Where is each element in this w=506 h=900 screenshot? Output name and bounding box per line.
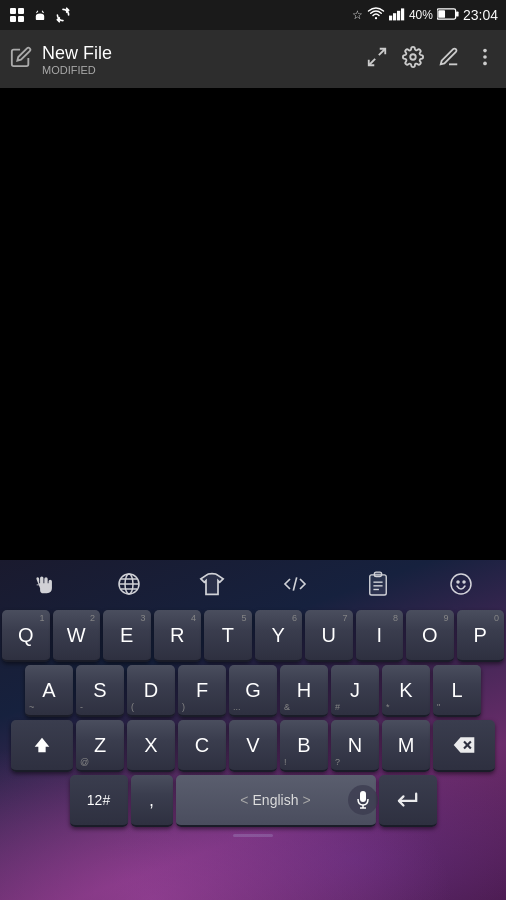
svg-point-20 [483, 55, 487, 59]
keyboard-handle [0, 832, 506, 838]
handle-line [233, 834, 273, 837]
key-i[interactable]: 8 I [356, 610, 404, 662]
key-y[interactable]: 6 Y [255, 610, 303, 662]
svg-rect-9 [389, 15, 392, 20]
key-l[interactable]: " L [433, 665, 481, 717]
svg-rect-3 [18, 16, 24, 22]
svg-rect-0 [10, 8, 16, 14]
status-bar: ☆ 40% 23:04 [0, 0, 506, 30]
keyboard-rows: 1 Q 2 W 3 E 4 R 5 T 6 Y [0, 608, 506, 832]
key-w[interactable]: 2 W [53, 610, 101, 662]
svg-line-16 [379, 48, 385, 54]
shirt-icon-btn[interactable] [187, 565, 237, 603]
key-o[interactable]: 9 O [406, 610, 454, 662]
key-h[interactable]: & H [280, 665, 328, 717]
sync-icon [54, 6, 72, 24]
svg-line-6 [37, 11, 38, 13]
title-bar: New File MODIFIED [0, 30, 506, 88]
shift-key[interactable] [11, 720, 73, 772]
keyboard-row-4: 12# , < English > [2, 775, 504, 827]
expand-icon[interactable] [366, 46, 388, 73]
title-block: New File MODIFIED [42, 43, 366, 76]
svg-point-33 [451, 574, 471, 594]
language-label: English [253, 792, 299, 808]
key-g[interactable]: ... G [229, 665, 277, 717]
space-key[interactable]: < English > [176, 775, 376, 827]
key-q[interactable]: 1 Q [2, 610, 50, 662]
signal-icon [389, 7, 405, 24]
svg-point-21 [483, 61, 487, 65]
keyboard-row-2: ~ A - S ( D ) F ... G & H [2, 665, 504, 717]
keyboard-row-1: 1 Q 2 W 3 E 4 R 5 T 6 Y [2, 610, 504, 662]
key-k[interactable]: * K [382, 665, 430, 717]
svg-point-19 [483, 48, 487, 52]
more-icon[interactable] [474, 46, 496, 73]
number-key-label: 12# [87, 792, 110, 808]
svg-rect-29 [374, 572, 381, 577]
star-icon: ☆ [352, 8, 363, 22]
key-n[interactable]: ? N [331, 720, 379, 772]
time-display: 23:04 [463, 7, 498, 23]
space-right-arrow: > [302, 792, 310, 808]
svg-rect-15 [438, 10, 445, 18]
svg-rect-38 [360, 791, 366, 802]
key-j[interactable]: # J [331, 665, 379, 717]
key-e[interactable]: 3 E [103, 610, 151, 662]
keyboard-toolbar [0, 560, 506, 608]
svg-point-35 [463, 581, 465, 583]
emoji-icon-btn[interactable] [436, 565, 486, 603]
code-icon-btn[interactable] [270, 565, 320, 603]
content-area[interactable] [0, 88, 506, 560]
number-key[interactable]: 12# [70, 775, 128, 827]
key-m[interactable]: M [382, 720, 430, 772]
keyboard-row-3: @ Z X C V ! B ? N M [2, 720, 504, 772]
globe-icon-btn[interactable] [104, 565, 154, 603]
key-b[interactable]: ! B [280, 720, 328, 772]
key-v[interactable]: V [229, 720, 277, 772]
file-title: New File [42, 43, 366, 64]
svg-rect-14 [456, 11, 459, 16]
svg-rect-2 [10, 16, 16, 22]
key-t[interactable]: 5 T [204, 610, 252, 662]
comma-key[interactable]: , [131, 775, 173, 827]
battery-text: 40% [409, 8, 433, 22]
clipboard-icon-btn[interactable] [353, 565, 403, 603]
key-d[interactable]: ( D [127, 665, 175, 717]
svg-rect-10 [393, 13, 396, 20]
svg-rect-11 [397, 10, 400, 20]
key-x[interactable]: X [127, 720, 175, 772]
svg-point-18 [410, 54, 416, 60]
svg-rect-12 [401, 8, 404, 20]
pencil-icon[interactable] [438, 46, 460, 73]
keyboard[interactable]: 1 Q 2 W 3 E 4 R 5 T 6 Y [0, 560, 506, 900]
enter-key[interactable] [379, 775, 437, 827]
title-actions [366, 46, 496, 73]
svg-rect-1 [18, 8, 24, 14]
key-f[interactable]: ) F [178, 665, 226, 717]
file-edit-icon [10, 46, 32, 73]
wifi-icon [367, 7, 385, 24]
android-icon [31, 6, 49, 24]
backspace-key[interactable] [433, 720, 495, 772]
svg-line-7 [42, 11, 43, 13]
svg-point-8 [375, 17, 377, 19]
svg-line-27 [293, 577, 296, 590]
svg-rect-28 [369, 575, 386, 595]
key-r[interactable]: 4 R [154, 610, 202, 662]
file-subtitle: MODIFIED [42, 64, 366, 76]
key-a[interactable]: ~ A [25, 665, 73, 717]
key-u[interactable]: 7 U [305, 610, 353, 662]
key-s[interactable]: - S [76, 665, 124, 717]
mic-button[interactable] [348, 785, 378, 815]
hand-icon-btn[interactable] [21, 565, 71, 603]
status-icons-left [8, 6, 72, 24]
grid-icon [8, 6, 26, 24]
key-p[interactable]: 0 P [457, 610, 505, 662]
battery-icon [437, 8, 459, 23]
status-right: ☆ 40% 23:04 [352, 7, 498, 24]
svg-point-34 [457, 581, 459, 583]
settings-icon[interactable] [402, 46, 424, 73]
key-z[interactable]: @ Z [76, 720, 124, 772]
space-left-arrow: < [240, 792, 248, 808]
key-c[interactable]: C [178, 720, 226, 772]
